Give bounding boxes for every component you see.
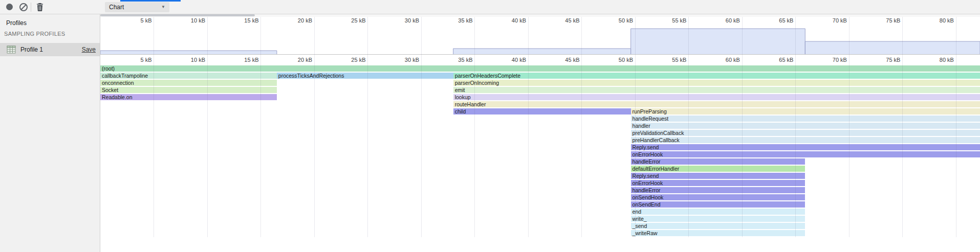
ruler-tick-label: 65 kB — [754, 17, 793, 24]
flame-row: end — [100, 209, 980, 215]
flame-row: Readable.onlookup — [100, 94, 980, 100]
flame-bar[interactable]: Readable.on — [100, 94, 277, 100]
flame-bar[interactable]: runPreParsing — [631, 108, 980, 114]
profiler-toolbar: Chart ▼ — [0, 0, 980, 14]
flame-row: onErrorHook — [100, 180, 980, 186]
ruler-tick-label: 40 kB — [487, 57, 526, 63]
flame-bar[interactable]: child — [453, 108, 631, 114]
flame-bar[interactable]: onSendHook — [631, 194, 805, 200]
flame-row: handleError — [100, 187, 980, 193]
flame-row: _writeRaw — [100, 230, 980, 236]
chart-view-select-value: Chart — [109, 4, 124, 11]
ruler-tick-label: 5 kB — [113, 17, 151, 24]
save-profile-link[interactable]: Save — [82, 46, 96, 53]
flame-row: handleError — [100, 158, 980, 165]
caret-down-icon: ▼ — [161, 2, 165, 12]
clear-icon[interactable] — [19, 3, 28, 11]
flame-bar[interactable]: emit — [453, 87, 980, 93]
flame-row: preHandlerCallback — [100, 137, 980, 143]
flame-row: (root) — [100, 65, 980, 72]
ruler-tick-label: 65 kB — [754, 57, 793, 63]
byte-ruler-chart: 5 kB10 kB15 kB20 kB25 kB30 kB35 kB40 kB4… — [100, 55, 980, 65]
ruler-tick-label: 45 kB — [540, 57, 579, 63]
flame-bar[interactable]: callbackTrampoline — [100, 73, 277, 79]
flame-bar[interactable]: processTicksAndRejections — [277, 73, 453, 79]
ruler-tick-label: 20 kB — [273, 17, 312, 24]
flame-row: _send — [100, 223, 980, 229]
scrollbar-thumb[interactable] — [100, 14, 255, 16]
overview-silhouette[interactable] — [100, 29, 980, 54]
flame-chart: (root)callbackTrampolineprocessTicksAndR… — [100, 65, 980, 237]
ruler-tick-label: 25 kB — [326, 17, 365, 24]
flame-bar[interactable]: lookup — [453, 94, 980, 100]
ruler-tick-label: 75 kB — [861, 17, 900, 24]
flame-bar[interactable]: _writeRaw — [631, 230, 805, 236]
ruler-tick-label: 15 kB — [220, 17, 258, 24]
flame-row: onErrorHook — [100, 151, 980, 157]
ruler-tick-label: 55 kB — [647, 17, 686, 24]
profiles-sidebar: Profiles SAMPLING PROFILES Profile 1 Sav… — [0, 14, 100, 252]
flame-bar[interactable]: parserOnIncoming — [453, 80, 980, 86]
delete-profile-icon[interactable] — [36, 3, 43, 11]
flame-bar[interactable]: parserOnHeadersComplete — [453, 73, 980, 79]
ruler-tick-label: 70 kB — [808, 57, 847, 63]
sidebar-item-profile-1[interactable]: Profile 1 Save — [0, 43, 100, 56]
flame-bar[interactable]: Reply.send — [631, 144, 980, 150]
ruler-tick-label: 60 kB — [701, 17, 740, 24]
flame-bar[interactable]: handleError — [631, 187, 805, 193]
ruler-tick-label: 10 kB — [166, 17, 205, 24]
flame-row: preValidationCallback — [100, 130, 980, 136]
flame-row: onSendEnd — [100, 201, 980, 208]
flame-bar[interactable]: write_ — [631, 216, 805, 222]
ruler-tick-label: 75 kB — [861, 57, 900, 63]
flame-row: handler — [100, 123, 980, 129]
flame-row: Reply.send — [100, 173, 980, 179]
flame-row: routeHandler — [100, 101, 980, 107]
ruler-tick-label: 55 kB — [647, 57, 686, 63]
flame-bar[interactable]: defaultErrorHandler — [631, 166, 805, 172]
ruler-tick-label: 45 kB — [540, 17, 579, 24]
ruler-tick-label: 70 kB — [808, 17, 847, 24]
ruler-tick-label: 10 kB — [166, 57, 205, 63]
flame-bar[interactable]: preValidationCallback — [631, 130, 980, 136]
toolbar-divider — [31, 3, 31, 12]
flame-bar[interactable]: routeHandler — [453, 101, 980, 107]
record-icon[interactable] — [6, 4, 13, 10]
active-tab-indicator — [120, 0, 181, 2]
flame-bar[interactable]: handler — [631, 123, 980, 129]
flame-row: callbackTrampolineprocessTicksAndRejecti… — [100, 73, 980, 79]
sampling-profiles-header: SAMPLING PROFILES — [4, 31, 65, 37]
profile-icon — [7, 45, 16, 54]
flame-bar[interactable]: preHandlerCallback — [631, 137, 980, 143]
flame-bar[interactable]: onSendEnd — [631, 201, 805, 208]
flame-bar[interactable]: Reply.send — [631, 173, 805, 179]
ruler-tick-label: 50 kB — [594, 57, 633, 63]
flame-bar[interactable]: handleError — [631, 158, 805, 165]
ruler-tick-label: 30 kB — [380, 57, 419, 63]
ruler-tick-label: 50 kB — [594, 17, 633, 24]
ruler-tick-label: 80 kB — [915, 57, 954, 63]
ruler-tick-label: 35 kB — [433, 17, 472, 24]
chart-view-select[interactable]: Chart ▼ — [105, 2, 169, 12]
flame-row: onconnectionparserOnIncoming — [100, 80, 980, 86]
ruler-tick-label: 40 kB — [487, 17, 526, 24]
flame-row: Socketemit — [100, 87, 980, 93]
flame-bar[interactable]: handleRequest — [631, 116, 980, 122]
flame-bar[interactable]: onErrorHook — [631, 180, 805, 186]
allocation-overview[interactable] — [100, 25, 980, 55]
flame-row: childrunPreParsing — [100, 108, 980, 114]
flame-bar[interactable]: end — [631, 209, 805, 215]
flame-bar[interactable]: onErrorHook — [631, 151, 980, 157]
ruler-tick-label: 20 kB — [273, 57, 312, 63]
flame-row: handleRequest — [100, 116, 980, 122]
ruler-tick-label: 5 kB — [113, 57, 151, 63]
ruler-tick-label: 35 kB — [433, 57, 472, 63]
flame-chart-pane: 5 kB10 kB15 kB20 kB25 kB30 kB35 kB40 kB4… — [100, 14, 980, 252]
flame-bar[interactable]: _send — [631, 223, 805, 229]
ruler-tick-label: 30 kB — [380, 17, 419, 24]
flame-bar[interactable]: Socket — [100, 87, 277, 93]
sidebar-title: Profiles — [6, 19, 27, 27]
ruler-tick-label: 80 kB — [915, 17, 954, 24]
flame-bar[interactable]: onconnection — [100, 80, 277, 86]
flame-bar[interactable]: (root) — [100, 65, 980, 72]
